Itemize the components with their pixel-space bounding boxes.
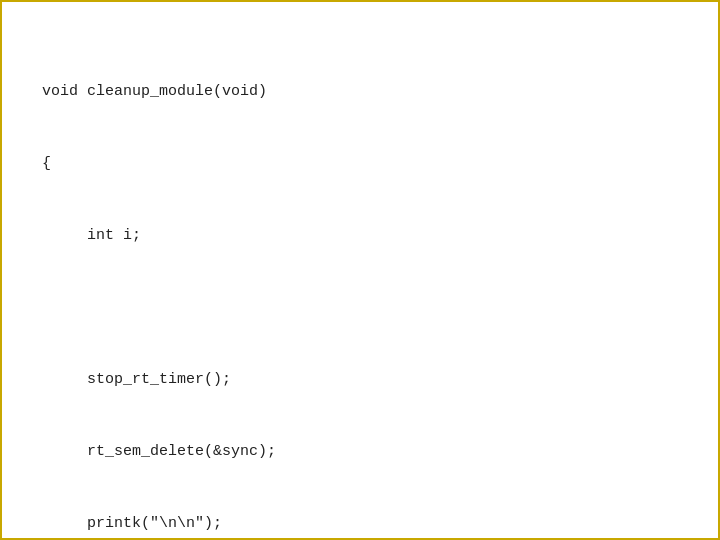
code-line-2: { [42, 152, 678, 176]
code-line-4-empty [42, 296, 678, 320]
code-line-1: void cleanup_module(void) [42, 80, 678, 104]
slide-container: void cleanup_module(void) { int i; stop_… [0, 0, 720, 540]
code-area: void cleanup_module(void) { int i; stop_… [2, 2, 718, 540]
code-block: void cleanup_module(void) { int i; stop_… [42, 32, 678, 540]
code-line-5: stop_rt_timer(); [42, 368, 678, 392]
code-line-7: printk("\n\n"); [42, 512, 678, 536]
code-line-3: int i; [42, 224, 678, 248]
code-line-6: rt_sem_delete(&sync); [42, 440, 678, 464]
